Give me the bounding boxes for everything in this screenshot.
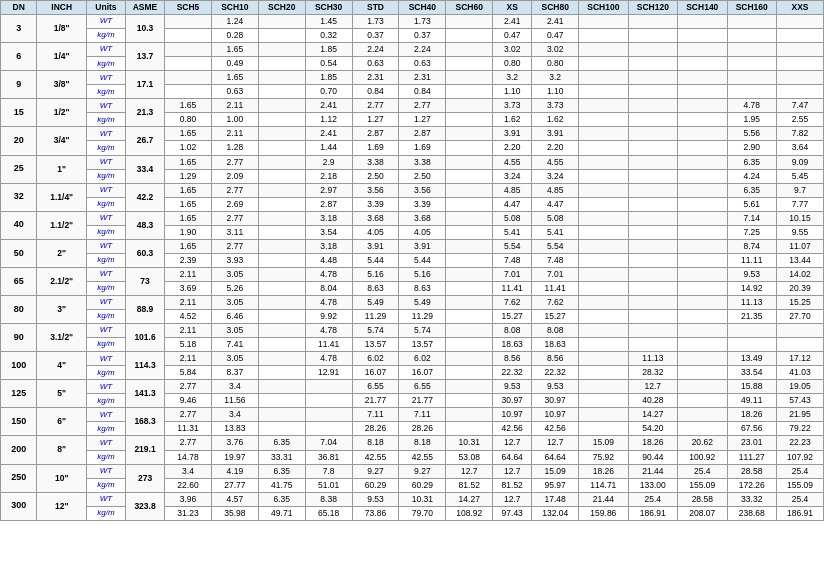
kgm-value: 2.20	[493, 141, 532, 155]
kgm-value: 2.50	[399, 169, 446, 183]
wt-value	[446, 324, 493, 338]
wt-value: 2.97	[305, 183, 352, 197]
wt-value	[628, 211, 677, 225]
wt-value	[446, 43, 493, 57]
header-sch140: SCH140	[678, 1, 727, 15]
header-sch80: SCH80	[532, 1, 579, 15]
kgm-value	[446, 85, 493, 99]
dn-value: 125	[1, 380, 37, 408]
table-row: 30012"WT323.83.964.576.358.389.5310.3114…	[1, 492, 824, 506]
kgm-value: 132.04	[532, 506, 579, 520]
wt-value: 3.73	[532, 99, 579, 113]
unit-wt: WT	[86, 492, 125, 506]
kgm-value: 54.20	[628, 422, 677, 436]
wt-value: 1.45	[305, 15, 352, 29]
kgm-value: 8.63	[399, 281, 446, 295]
kgm-value	[628, 253, 677, 267]
table-row: kg/m1.652.692.873.393.394.474.475.617.77	[1, 197, 824, 211]
wt-value	[446, 239, 493, 253]
wt-value: 1.65	[165, 239, 212, 253]
wt-value	[628, 127, 677, 141]
kgm-value: 0.80	[493, 57, 532, 71]
wt-value	[678, 43, 727, 57]
wt-value: 17.12	[776, 352, 823, 366]
kgm-value	[446, 197, 493, 211]
wt-value: 10.15	[776, 211, 823, 225]
wt-value: 1.65	[165, 211, 212, 225]
kgm-value: 5.41	[532, 225, 579, 239]
header-xxs: XXS	[776, 1, 823, 15]
wt-value: 2.41	[305, 99, 352, 113]
kgm-value	[628, 310, 677, 324]
kgm-value	[776, 85, 823, 99]
unit-wt: WT	[86, 408, 125, 422]
wt-value: 14.27	[446, 492, 493, 506]
wt-value	[258, 267, 305, 281]
wt-value	[579, 71, 628, 85]
table-row: kg/m22.6027.7741.7551.0160.2960.2981.528…	[1, 478, 824, 492]
kgm-value: 16.07	[399, 366, 446, 380]
table-row: 151/2"WT21.31.652.112.412.772.773.733.73…	[1, 99, 824, 113]
kgm-value	[678, 253, 727, 267]
wt-value: 3.02	[493, 43, 532, 57]
kgm-value: 1.10	[532, 85, 579, 99]
inch-value: 1.1/4"	[37, 183, 86, 211]
kgm-value: 107.92	[776, 450, 823, 464]
wt-value	[446, 99, 493, 113]
wt-value	[305, 408, 352, 422]
wt-value: 8.56	[493, 352, 532, 366]
kgm-value	[776, 57, 823, 71]
kgm-value: 2.90	[727, 141, 776, 155]
wt-value: 2.11	[165, 324, 212, 338]
kgm-value	[258, 113, 305, 127]
table-row: kg/m5.848.3712.9116.0716.0722.3222.3228.…	[1, 366, 824, 380]
wt-value: 14.02	[776, 267, 823, 281]
table-row: 31/8"WT10.31.241.451.731.732.412.41	[1, 15, 824, 29]
wt-value: 2.77	[165, 436, 212, 450]
unit-kgm: kg/m	[86, 281, 125, 295]
wt-value: 2.41	[305, 127, 352, 141]
kgm-value	[678, 422, 727, 436]
dn-value: 150	[1, 408, 37, 436]
wt-value: 9.09	[776, 155, 823, 169]
kgm-value: 90.44	[628, 450, 677, 464]
kgm-value: 0.84	[352, 85, 399, 99]
wt-value: 12.7	[532, 436, 579, 450]
wt-value: 3.56	[352, 183, 399, 197]
unit-wt: WT	[86, 127, 125, 141]
kgm-value	[579, 366, 628, 380]
nominal-value: 273	[125, 464, 164, 492]
unit-kgm: kg/m	[86, 253, 125, 267]
wt-value: 7.14	[727, 211, 776, 225]
wt-value: 3.91	[532, 127, 579, 141]
wt-value: 12.7	[446, 464, 493, 478]
inch-value: 1/8"	[37, 15, 86, 43]
wt-value: 5.08	[493, 211, 532, 225]
wt-value	[579, 15, 628, 29]
unit-wt: WT	[86, 71, 125, 85]
kgm-value: 75.92	[579, 450, 628, 464]
wt-value	[579, 211, 628, 225]
wt-value: 3.38	[352, 155, 399, 169]
wt-value	[628, 267, 677, 281]
wt-value	[579, 295, 628, 309]
kgm-value: 8.04	[305, 281, 352, 295]
unit-kgm: kg/m	[86, 506, 125, 520]
wt-value: 9.53	[352, 492, 399, 506]
unit-kgm: kg/m	[86, 85, 125, 99]
kgm-value: 2.55	[776, 113, 823, 127]
kgm-value	[258, 338, 305, 352]
kgm-value	[305, 394, 352, 408]
kgm-value: 51.01	[305, 478, 352, 492]
wt-value: 7.8	[305, 464, 352, 478]
kgm-value: 0.37	[352, 29, 399, 43]
wt-value: 4.78	[727, 99, 776, 113]
wt-value	[305, 380, 352, 394]
table-row: 61/4"WT13.71.651.852.242.243.023.02	[1, 43, 824, 57]
wt-value	[678, 155, 727, 169]
kgm-value: 0.54	[305, 57, 352, 71]
kgm-value: 5.45	[776, 169, 823, 183]
wt-value	[258, 71, 305, 85]
wt-value: 3.05	[211, 295, 258, 309]
unit-kgm: kg/m	[86, 141, 125, 155]
